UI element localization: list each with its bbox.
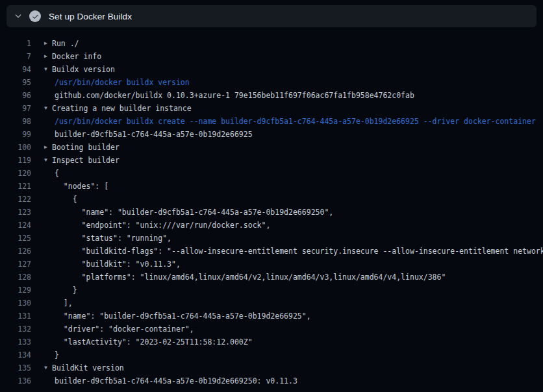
line-number[interactable]: 95	[0, 76, 31, 89]
line-number[interactable]: 124	[0, 219, 31, 232]
group-toggle-icon	[44, 271, 55, 284]
log-line: 129 }	[0, 284, 543, 297]
triangle-right-icon[interactable]: ▶	[44, 37, 52, 50]
line-number[interactable]: 100	[0, 141, 31, 154]
log-text: github.com/docker/buildx 0.10.3+azure-1 …	[55, 89, 414, 102]
success-check-icon	[29, 10, 41, 22]
log-text: builder-d9cfb5a1-c764-445a-a57e-0b19d2e6…	[55, 128, 253, 141]
log-line[interactable]: 119 ▼ Inspect builder	[0, 154, 543, 167]
log-line: 136 builder-d9cfb5a1-c764-445a-a57e-0b19…	[0, 374, 543, 387]
line-number[interactable]: 130	[0, 297, 31, 310]
actions-log-page: Set up Docker Buildx 1 ▶ Run ./ 7 ▶ Dock…	[0, 0, 543, 392]
log-text: "buildkitd-flags": "--allow-insecure-ent…	[55, 245, 543, 258]
log-line[interactable]: 97 ▼ Creating a new builder instance	[0, 102, 543, 115]
group-toggle-icon	[44, 374, 55, 387]
log-text: Run ./	[52, 37, 79, 50]
group-toggle-icon	[44, 76, 55, 89]
log-text: Creating a new builder instance	[52, 102, 192, 115]
log-line: 127 "buildkit": "v0.11.3",	[0, 258, 543, 271]
log-text: Inspect builder	[52, 154, 120, 167]
group-toggle-icon	[44, 128, 55, 141]
group-toggle-icon	[44, 89, 55, 102]
log-text: "nodes": [	[55, 180, 108, 193]
line-number[interactable]: 134	[0, 349, 31, 361]
log-line[interactable]: 135 ▼ BuildKit version	[0, 361, 543, 374]
log-line: 124 "endpoint": "unix:///var/run/docker.…	[0, 219, 543, 232]
group-toggle-icon	[44, 206, 55, 219]
step-header[interactable]: Set up Docker Buildx	[6, 5, 537, 27]
line-number[interactable]: 129	[0, 284, 31, 297]
line-number[interactable]: 125	[0, 232, 31, 245]
line-number[interactable]: 122	[0, 193, 31, 206]
group-toggle-icon	[44, 297, 55, 310]
line-number[interactable]: 120	[0, 167, 31, 180]
group-toggle-icon	[44, 284, 55, 297]
log-text: }	[55, 284, 77, 297]
line-number[interactable]: 126	[0, 245, 31, 258]
log-line: 130 ],	[0, 297, 543, 310]
group-toggle-icon	[44, 167, 55, 180]
log-line: 126 "buildkitd-flags": "--allow-insecure…	[0, 245, 543, 258]
line-number[interactable]: 98	[0, 115, 31, 128]
step-title: Set up Docker Buildx	[49, 12, 132, 21]
line-number[interactable]: 1	[0, 37, 31, 50]
log-text: Docker info	[52, 50, 101, 63]
line-number[interactable]: 131	[0, 310, 31, 323]
log-line: 132 "driver": "docker-container",	[0, 323, 543, 336]
line-number[interactable]: 121	[0, 180, 31, 193]
log-text: Booting builder	[52, 141, 120, 154]
log-line[interactable]: 100 ▶ Booting builder	[0, 141, 543, 154]
line-number[interactable]: 136	[0, 374, 31, 387]
line-number[interactable]: 7	[0, 50, 31, 63]
log-text: "name": "builder-d9cfb5a1-c764-445a-a57e…	[55, 206, 333, 219]
log-text: "driver": "docker-container",	[55, 323, 194, 336]
log-line: 120 {	[0, 167, 543, 180]
log-viewer: 1 ▶ Run ./ 7 ▶ Docker info 94 ▼ Buildx v…	[0, 27, 543, 392]
log-line: 123 "name": "builder-d9cfb5a1-c764-445a-…	[0, 206, 543, 219]
triangle-down-icon[interactable]: ▼	[44, 102, 52, 115]
log-text: builder-d9cfb5a1-c764-445a-a57e-0b19d2e6…	[55, 374, 297, 387]
log-text: "name": "builder-d9cfb5a1-c764-445a-a57e…	[55, 310, 311, 323]
log-text: {	[55, 167, 59, 180]
group-toggle-icon	[44, 310, 55, 323]
log-text: {	[55, 193, 77, 206]
line-number[interactable]: 123	[0, 206, 31, 219]
log-line[interactable]: 7 ▶ Docker info	[0, 50, 543, 63]
log-text: "lastActivity": "2023-02-25T11:58:12.000…	[55, 336, 253, 349]
triangle-right-icon[interactable]: ▶	[44, 141, 52, 154]
line-number[interactable]: 96	[0, 89, 31, 102]
line-number[interactable]: 133	[0, 336, 31, 349]
line-number[interactable]: 127	[0, 258, 31, 271]
group-toggle-icon	[44, 336, 55, 349]
group-toggle-icon	[44, 245, 55, 258]
log-line: 95 /usr/bin/docker buildx version	[0, 76, 543, 89]
line-number[interactable]: 97	[0, 102, 31, 115]
group-toggle-icon	[44, 219, 55, 232]
log-text: BuildKit version	[52, 361, 124, 374]
line-number[interactable]: 135	[0, 361, 31, 374]
log-text: "buildkit": "v0.11.3",	[55, 258, 181, 271]
log-line[interactable]: 1 ▶ Run ./	[0, 37, 543, 50]
log-line[interactable]: 94 ▼ Buildx version	[0, 63, 543, 76]
log-line: 99 builder-d9cfb5a1-c764-445a-a57e-0b19d…	[0, 128, 543, 141]
log-text: ],	[55, 297, 73, 310]
triangle-down-icon[interactable]: ▼	[44, 154, 52, 167]
group-toggle-icon	[44, 258, 55, 271]
line-number[interactable]: 99	[0, 128, 31, 141]
chevron-down-icon[interactable]	[13, 11, 23, 21]
line-number[interactable]: 119	[0, 154, 31, 167]
triangle-down-icon[interactable]: ▼	[44, 63, 52, 76]
group-toggle-icon	[44, 180, 55, 193]
group-toggle-icon	[44, 323, 55, 336]
triangle-right-icon[interactable]: ▶	[44, 50, 52, 63]
line-number[interactable]: 94	[0, 63, 31, 76]
log-text: Buildx version	[52, 63, 115, 76]
log-line: 133 "lastActivity": "2023-02-25T11:58:12…	[0, 336, 543, 349]
line-number[interactable]: 128	[0, 271, 31, 284]
log-line: 131 "name": "builder-d9cfb5a1-c764-445a-…	[0, 310, 543, 323]
log-line: 96 github.com/docker/buildx 0.10.3+azure…	[0, 89, 543, 102]
group-toggle-icon	[44, 193, 55, 206]
triangle-down-icon[interactable]: ▼	[44, 361, 52, 374]
log-text: /usr/bin/docker buildx version	[55, 76, 190, 89]
line-number[interactable]: 132	[0, 323, 31, 336]
